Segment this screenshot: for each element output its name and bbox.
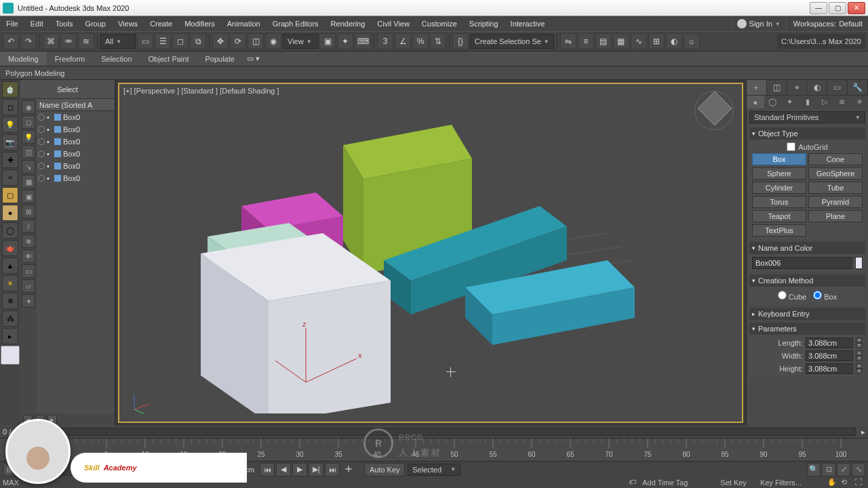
- manipulate-button[interactable]: ✦: [337, 33, 353, 49]
- ribbon-tab-populate[interactable]: Populate: [197, 52, 242, 66]
- creation-method-rollout-header[interactable]: ▾Creation Method: [749, 274, 865, 287]
- freeze-icon[interactable]: •: [47, 138, 52, 146]
- viewport-nav-maximize-button[interactable]: ⛶: [854, 478, 865, 487]
- viewport-nav-zoom-button[interactable]: 🔍: [807, 463, 821, 476]
- visibility-icon[interactable]: [38, 175, 45, 182]
- shapes-icon[interactable]: ◻: [2, 99, 18, 115]
- selected-object-swatch[interactable]: [1, 346, 20, 365]
- viewport-nav-zoom-all-button[interactable]: ⊡: [822, 463, 835, 476]
- ribbon-tab-modeling[interactable]: Modeling: [0, 52, 47, 66]
- display-all2-button[interactable]: ▭: [22, 264, 35, 278]
- primitive-textplus-button[interactable]: TextPlus: [752, 224, 806, 237]
- teapot-primitive-icon[interactable]: 🫖: [2, 240, 18, 256]
- freeze-icon[interactable]: •: [47, 174, 52, 182]
- keyboard-shortcut-override-button[interactable]: ⌨: [355, 33, 371, 49]
- systems-subtab[interactable]: ✳: [850, 96, 868, 108]
- cone-icon[interactable]: ▲: [2, 258, 18, 274]
- goto-start-button[interactable]: ⏮: [260, 463, 275, 476]
- param-width-spinner[interactable]: 3.088cm: [806, 350, 853, 361]
- toggle-ribbon-button[interactable]: ▦: [613, 33, 629, 49]
- primitive-cone-button[interactable]: Cone: [808, 153, 863, 165]
- sphere-primitive-icon[interactable]: ●: [2, 205, 18, 221]
- material-editor-button[interactable]: ◐: [666, 33, 682, 49]
- modify-tab[interactable]: ◫: [767, 80, 787, 95]
- visibility-icon[interactable]: [38, 150, 45, 157]
- visibility-icon[interactable]: [38, 114, 45, 121]
- time-ruler[interactable]: 0510152025303540455055606570758085909510…: [0, 438, 868, 461]
- window-crossing-button[interactable]: ⧉: [190, 33, 206, 49]
- spinner-snap-button[interactable]: ⇅: [430, 33, 446, 49]
- scroll-left-button[interactable]: ◂: [23, 415, 33, 424]
- name-color-rollout-header[interactable]: ▾Name and Color: [749, 242, 865, 254]
- menu-customize[interactable]: Customize: [416, 16, 463, 31]
- list-item[interactable]: •Box0: [37, 111, 115, 123]
- maxscript-listener-button[interactable]: ▤: [3, 463, 16, 476]
- box-primitive-icon[interactable]: ▢: [2, 187, 18, 203]
- param-length-spinner[interactable]: 3.088cm: [806, 338, 853, 348]
- ref-coord-combo[interactable]: View▼: [283, 34, 318, 49]
- freeze-icon[interactable]: •: [47, 113, 52, 121]
- unlink-button[interactable]: ⚮: [60, 33, 77, 49]
- primitive-sphere-button[interactable]: Sphere: [752, 167, 806, 180]
- display-frozen-button[interactable]: ❄: [22, 235, 35, 248]
- set-key-big-button[interactable]: ＋: [342, 460, 361, 479]
- time-slider-track[interactable]: [31, 428, 856, 436]
- menu-interactive[interactable]: Interactive: [505, 16, 551, 31]
- creation-method-box-radio[interactable]: Box: [813, 291, 837, 301]
- scene-explorer-column-header[interactable]: Name (Sorted A: [37, 99, 115, 111]
- visibility-icon[interactable]: [38, 126, 45, 133]
- hierarchy-tab[interactable]: ⌖: [787, 80, 808, 95]
- move-button[interactable]: ✥: [212, 33, 229, 49]
- maxscript-prompt[interactable]: MAX: [3, 479, 19, 487]
- menu-views[interactable]: Views: [112, 16, 144, 31]
- undo-button[interactable]: ↶: [3, 33, 19, 49]
- snap-toggle-3-button[interactable]: 3: [377, 33, 393, 49]
- display-geometry-button[interactable]: ◻: [22, 115, 35, 129]
- ribbon-tab-freeform[interactable]: Freeform: [47, 52, 94, 66]
- menu-modifiers[interactable]: Modifiers: [178, 16, 221, 31]
- display-shapes-button[interactable]: ◫: [22, 145, 35, 159]
- primitive-plane-button[interactable]: Plane: [808, 210, 863, 222]
- geometry-category-combo[interactable]: Standard Primitives▼: [749, 111, 865, 123]
- display-hidden-button[interactable]: 👁: [22, 249, 35, 263]
- named-selection-set-combo[interactable]: Create Selection Se▼: [470, 34, 554, 49]
- coord-z-input[interactable]: [164, 464, 203, 476]
- spinner-down-button[interactable]: ▼: [856, 343, 863, 348]
- menu-scripting[interactable]: Scripting: [463, 16, 505, 31]
- menu-graph-editors[interactable]: Graph Editors: [267, 16, 325, 31]
- helpers-subtab[interactable]: ▷: [816, 96, 833, 108]
- key-filters-button[interactable]: Key Filters...: [760, 479, 802, 487]
- viewport-nav-orbit-button[interactable]: ⟲: [841, 478, 852, 487]
- sun-icon[interactable]: ☀: [2, 275, 18, 291]
- list-item[interactable]: •Box0: [37, 136, 115, 148]
- scroll-right-button[interactable]: ▸: [47, 415, 57, 424]
- param-height-spinner[interactable]: 3.088cm: [806, 363, 853, 374]
- select-object-button[interactable]: ▭: [137, 33, 153, 49]
- lights-subtab[interactable]: ✦: [781, 96, 799, 108]
- select-by-name-button[interactable]: ☰: [155, 33, 171, 49]
- bind-spacewarp-button[interactable]: ≋: [78, 33, 94, 49]
- menu-create[interactable]: Create: [144, 16, 178, 31]
- time-tag-icon[interactable]: 🏷: [629, 478, 639, 487]
- workspaces-selector[interactable]: Workspaces: Default: [788, 16, 868, 31]
- cylinder-icon[interactable]: ◯: [2, 222, 18, 239]
- collapse-icon[interactable]: ▸: [2, 328, 18, 344]
- link-button[interactable]: ⌘: [43, 33, 59, 49]
- minimize-button[interactable]: —: [810, 2, 827, 14]
- schematic-view-button[interactable]: ⊞: [648, 33, 665, 49]
- time-slider-handle[interactable]: [32, 427, 43, 438]
- list-item[interactable]: •Box0: [37, 148, 115, 160]
- primitive-torus-button[interactable]: Torus: [752, 196, 806, 208]
- geometry-subtab[interactable]: ●: [747, 96, 764, 108]
- scroll-thumb[interactable]: ▪: [35, 415, 45, 424]
- add-time-tag-button[interactable]: Add Time Tag: [642, 479, 688, 487]
- keyboard-entry-rollout-header[interactable]: ▸Keyboard Entry: [749, 308, 865, 320]
- object-color-swatch[interactable]: [855, 257, 863, 269]
- parameters-rollout-header[interactable]: ▾Parameters: [749, 323, 865, 335]
- menu-tools[interactable]: Tools: [50, 16, 79, 31]
- systems-icon[interactable]: ❄: [2, 293, 18, 309]
- angle-snap-button[interactable]: ∠: [395, 33, 411, 49]
- display-cameras-button[interactable]: ↘: [22, 160, 35, 174]
- next-frame-button[interactable]: ▶|: [309, 463, 323, 476]
- display-lights-button[interactable]: 💡: [22, 130, 35, 144]
